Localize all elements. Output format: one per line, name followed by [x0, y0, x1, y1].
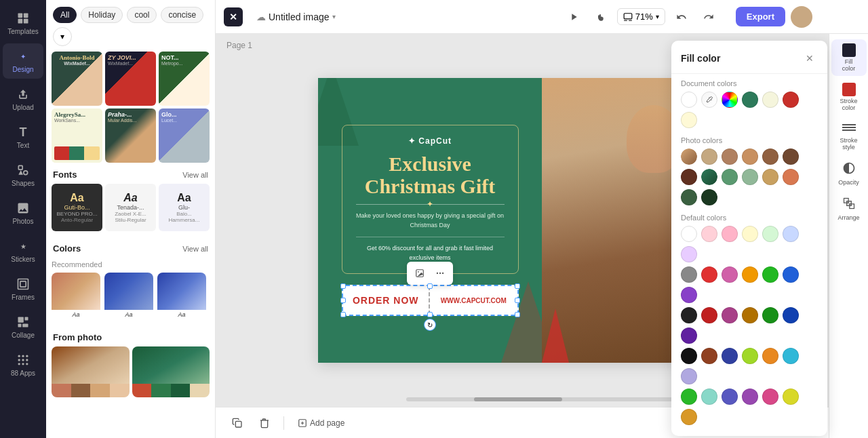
photo-color-5[interactable]: [783, 148, 799, 165]
filter-cool[interactable]: cool: [127, 7, 157, 23]
def-color-3-3[interactable]: [742, 348, 758, 364]
def-color-0-5[interactable]: [783, 226, 799, 242]
def-color-0-1[interactable]: [701, 226, 717, 242]
def-color-2-0[interactable]: [681, 307, 697, 323]
def-color-4-3[interactable]: [742, 389, 758, 405]
template-card-4[interactable]: Praha-... Mular Addis...: [105, 108, 156, 163]
font-card-1[interactable]: Aa Tenada-... Zaobel X-E... Stilu-Regula…: [105, 184, 156, 231]
def-color-0-0[interactable]: [681, 226, 697, 242]
doc-color-white[interactable]: [681, 92, 697, 108]
font-card-2[interactable]: Aa Glu- Balo... Hammersa...: [159, 184, 210, 231]
def-color-2-4[interactable]: [762, 307, 778, 323]
def-color-1-4[interactable]: [762, 266, 778, 283]
filter-concise[interactable]: concise: [161, 7, 203, 23]
def-color-2-6[interactable]: [681, 327, 697, 344]
def-color-1-1[interactable]: [701, 266, 717, 283]
order-button-container[interactable]: ↻ ORDER NOW WWW.CAPCUT.COM: [342, 285, 519, 316]
photo-color-2[interactable]: [722, 148, 738, 165]
def-color-3-1[interactable]: [701, 348, 717, 364]
def-color-1-6[interactable]: [681, 287, 697, 303]
sidebar-item-apps[interactable]: 88 Apps: [3, 347, 43, 382]
def-color-4-1[interactable]: [701, 389, 717, 405]
def-color-4-6[interactable]: [681, 409, 697, 425]
doc-title-area[interactable]: ☁ Untitled image ▾: [251, 9, 341, 25]
handle-tl[interactable]: [340, 283, 346, 289]
filter-holiday[interactable]: Holiday: [81, 7, 123, 23]
photo-color-7[interactable]: [701, 169, 717, 185]
def-color-4-2[interactable]: [722, 389, 738, 405]
fill-panel-close-btn[interactable]: ✕: [802, 50, 818, 66]
handle-mr[interactable]: [515, 298, 520, 303]
undo-btn[interactable]: [671, 6, 692, 28]
photo-swatch-0[interactable]: [52, 346, 130, 397]
bottom-duplicate-btn[interactable]: [226, 412, 248, 434]
def-color-2-1[interactable]: [701, 307, 717, 323]
doc-color-red[interactable]: [783, 92, 799, 108]
mini-tool-image-btn[interactable]: [411, 264, 429, 282]
photo-color-4[interactable]: [762, 148, 778, 165]
def-color-3-4[interactable]: [762, 348, 778, 364]
doc-color-yellow[interactable]: [681, 112, 697, 128]
add-page-btn[interactable]: Add page: [292, 416, 350, 431]
canvas-scrollbar[interactable]: [406, 397, 677, 401]
handle-bl[interactable]: [340, 312, 346, 317]
sidebar-item-stickers[interactable]: ★ Stickers: [3, 233, 43, 268]
photo-color-0[interactable]: [681, 148, 697, 165]
user-avatar[interactable]: [791, 6, 812, 28]
handle-tc[interactable]: [427, 283, 433, 289]
color-palette-1[interactable]: Aa: [104, 273, 153, 320]
def-color-4-0[interactable]: [681, 389, 697, 405]
handle-tr[interactable]: [515, 283, 520, 289]
sidebar-item-design[interactable]: ✦ Design: [3, 43, 43, 79]
filter-all[interactable]: All: [53, 7, 77, 23]
def-color-1-2[interactable]: [722, 266, 738, 283]
sidebar-item-collage[interactable]: Collage: [3, 309, 43, 344]
doc-color-gradient[interactable]: [722, 92, 738, 108]
photo-color-3[interactable]: [742, 148, 758, 165]
def-color-3-6[interactable]: [681, 368, 697, 384]
def-color-3-2[interactable]: [722, 348, 738, 364]
photo-color-9[interactable]: [742, 169, 758, 185]
rnav-stroke-color[interactable]: Strokecolor: [831, 79, 867, 115]
template-card-1[interactable]: ZY JOVI... WixMadef...: [105, 52, 156, 106]
def-color-2-5[interactable]: [783, 307, 799, 323]
handle-bc[interactable]: [427, 312, 433, 317]
fonts-view-all[interactable]: View all: [182, 171, 208, 179]
filter-more-btn[interactable]: ▾: [53, 27, 72, 46]
rotate-handle[interactable]: ↻: [424, 319, 436, 331]
sidebar-item-templates[interactable]: Templates: [3, 5, 43, 41]
redo-btn[interactable]: [698, 6, 719, 28]
def-color-1-0[interactable]: [681, 266, 697, 283]
photo-color-1[interactable]: [701, 148, 717, 165]
photo-color-6[interactable]: [681, 169, 697, 185]
def-color-1-3[interactable]: [742, 266, 758, 283]
template-card-3[interactable]: AlegreySa... WorkSans...: [52, 108, 102, 163]
def-color-1-5[interactable]: [783, 266, 799, 283]
colors-view-all[interactable]: View all: [182, 245, 208, 253]
export-btn[interactable]: Export: [736, 7, 785, 26]
color-palette-2[interactable]: Aa: [157, 273, 206, 320]
present-btn[interactable]: [563, 6, 585, 28]
hand-tool-btn[interactable]: [590, 6, 612, 28]
sidebar-item-photos[interactable]: Photos: [3, 195, 43, 231]
sidebar-item-text[interactable]: T Text: [3, 119, 43, 155]
sidebar-item-shapes[interactable]: Shapes: [3, 157, 43, 193]
photo-swatch-1[interactable]: [132, 346, 210, 397]
template-card-5[interactable]: Glo... Lucet...: [159, 108, 210, 163]
rnav-opacity[interactable]: Opacity: [831, 157, 867, 190]
def-color-0-6[interactable]: [681, 246, 697, 262]
mini-tool-more-btn[interactable]: [431, 264, 449, 282]
template-card-0[interactable]: Antonio-Bold WixMadef...: [52, 52, 102, 106]
color-palette-0[interactable]: Aa: [52, 273, 100, 320]
def-color-2-3[interactable]: [742, 307, 758, 323]
photo-color-8[interactable]: [722, 169, 738, 185]
def-color-0-3[interactable]: [742, 226, 758, 242]
doc-color-cream[interactable]: [762, 92, 778, 108]
handle-ml[interactable]: [340, 298, 346, 303]
def-color-4-4[interactable]: [762, 389, 778, 405]
photo-color-13[interactable]: [701, 189, 717, 205]
bottom-delete-btn[interactable]: [254, 412, 275, 434]
eyedropper-tool[interactable]: [701, 92, 717, 108]
photo-color-11[interactable]: [783, 169, 799, 185]
doc-color-green[interactable]: [742, 92, 758, 108]
